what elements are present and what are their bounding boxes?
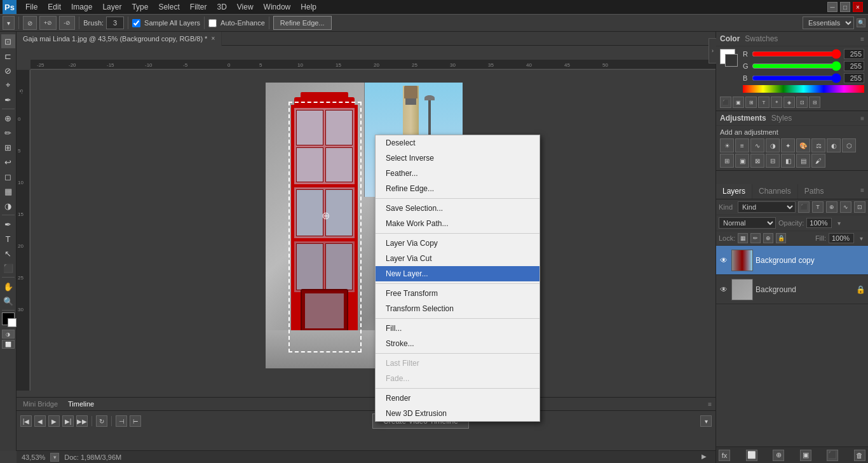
adj-invert[interactable]: ⊠ [750,154,764,168]
adj-brightness[interactable]: ☀ [720,138,734,152]
document-tab-close[interactable]: × [211,35,215,42]
timeline-go-end-btn[interactable]: ▶▶ [76,415,88,427]
layers-panel-menu[interactable]: ≡ [857,184,868,199]
delete-layer-btn[interactable]: 🗑 [854,450,865,461]
color-tool-6[interactable]: ◈ [783,97,795,108]
context-menu-item-transform-selection[interactable]: Transform Selection [376,301,539,316]
spectrum-bar[interactable] [743,85,864,93]
tool-eraser[interactable]: ◻ [1,170,15,184]
lock-image-pixels[interactable]: ✏ [750,233,761,243]
tool-eyedropper[interactable]: ✒ [1,93,15,107]
opacity-input[interactable]: 100% [806,218,832,228]
paths-tab[interactable]: Paths [798,184,831,199]
menu-3d[interactable]: 3D [212,1,231,13]
color-tool-2[interactable]: ▣ [733,97,744,108]
menu-image[interactable]: Image [66,1,97,13]
blend-mode-selector[interactable]: Normal [719,217,776,229]
layer-eye-icon-bg[interactable]: 👁 [719,285,729,295]
create-new-fill-adj-btn[interactable]: ⊕ [773,450,784,461]
foreground-color-swatch[interactable] [2,312,15,325]
adj-color-lookup[interactable]: ▣ [735,154,749,168]
tool-shape[interactable]: ⬛ [1,261,15,275]
layer-eye-icon-copy[interactable]: 👁 [719,255,729,265]
context-menu-item-render[interactable]: Render [376,391,539,406]
context-menu-item-save-selection---[interactable]: Save Selection... [376,201,539,216]
kind-icon-3[interactable]: ⊕ [826,201,837,213]
tool-lasso[interactable]: ⊏ [1,49,15,63]
menu-edit[interactable]: Edit [43,1,66,13]
timeline-next-frame-btn[interactable]: ▶| [62,415,74,427]
timeline-panel-menu[interactable]: ≡ [708,401,712,408]
tool-dodge[interactable]: ◑ [1,199,15,213]
adj-selective-color[interactable]: 🖌 [811,154,825,168]
opacity-arrow-icon[interactable]: ▾ [834,218,843,227]
fill-arrow-icon[interactable]: ▾ [857,234,865,243]
tool-preset-picker[interactable]: ▾ [3,16,15,30]
tool-pen[interactable]: ✒ [1,217,15,231]
adj-posterize[interactable]: ⊟ [766,154,780,168]
adjustments-tab[interactable]: Adjustments [720,114,766,123]
context-menu-item-feather---[interactable]: Feather... [376,166,539,181]
add-selection-mode[interactable]: +⊘ [39,16,57,30]
menu-filter[interactable]: Filter [185,1,212,13]
context-menu-item-layer-via-cut[interactable]: Layer Via Cut [376,251,539,266]
tool-brush[interactable]: ✏ [1,126,15,140]
sample-all-layers-checkbox[interactable] [132,19,140,27]
menu-layer[interactable]: Layer [97,1,126,13]
menu-window[interactable]: Window [259,1,296,13]
quick-selection-tool[interactable]: ⊘ [23,16,37,30]
fill-input[interactable]: 100% [829,233,854,243]
tool-zoom[interactable]: 🔍 [1,294,15,308]
color-tool-1[interactable]: ⬛ [720,97,731,108]
menu-file[interactable]: File [20,1,43,13]
tool-history-brush[interactable]: ↩ [1,155,15,169]
kind-selector[interactable]: Kind [738,201,796,213]
context-menu-item-new-layer---[interactable]: New Layer... [376,266,539,281]
tool-gradient[interactable]: ▦ [1,184,15,198]
blue-value-input[interactable]: 255 [844,73,864,83]
green-slider[interactable] [752,64,841,69]
workspace-search-icon[interactable]: 🔍 [857,18,865,27]
color-tool-7[interactable]: ⊡ [796,97,808,108]
adj-curves[interactable]: ∿ [750,138,764,152]
context-menu-item-refine-edge---[interactable]: Refine Edge... [376,181,539,196]
timeline-trim-left-btn[interactable]: ⊣ [116,415,127,427]
tool-quick-selection[interactable]: ⊘ [1,64,15,77]
styles-tab[interactable]: Styles [771,114,792,123]
tool-hand[interactable]: ✋ [1,279,15,293]
timeline-trim-right-btn[interactable]: ⊢ [130,415,141,427]
color-tool-3[interactable]: ⊞ [745,97,757,108]
context-menu-item-stroke---[interactable]: Stroke... [376,336,539,351]
adj-photo-filter[interactable]: ⬡ [842,138,856,152]
tool-spot-heal[interactable]: ⊕ [1,111,15,125]
workspace-selector[interactable]: Essentials [803,17,854,29]
timeline-prev-frame-btn[interactable]: ◀ [34,415,46,427]
add-mask-btn[interactable]: ⬜ [746,450,757,461]
color-tool-5[interactable]: ⌖ [771,97,782,108]
timeline-tab-btn[interactable]: Timeline [65,399,97,409]
tool-crop[interactable]: ⌖ [1,78,15,92]
create-new-group-btn[interactable]: ▣ [800,450,811,461]
swatches-tab[interactable]: Swatches [745,34,778,43]
background-color-swatch[interactable] [8,318,17,327]
red-value-input[interactable]: 255 [844,49,864,59]
lock-transparent-pixels[interactable]: ▦ [738,233,748,243]
restore-button[interactable]: □ [840,2,850,12]
adj-bw[interactable]: ◐ [827,138,841,152]
context-menu-item-free-transform[interactable]: Free Transform [376,286,539,301]
panel-collapse-button[interactable]: › [709,38,716,64]
adj-vibrance[interactable]: ✦ [781,138,795,152]
quick-mask-mode-btn[interactable]: ◑ [2,330,15,339]
lock-all[interactable]: 🔒 [776,233,786,243]
timeline-loop-btn[interactable]: ↻ [96,415,107,427]
context-menu-item-new-3d-extrusion[interactable]: New 3D Extrusion [376,406,539,421]
kind-icon-5[interactable]: ⊡ [854,201,865,213]
adj-hue-sat[interactable]: 🎨 [796,138,810,152]
subtract-selection-mode[interactable]: -⊘ [59,16,75,30]
adjustments-panel-menu[interactable]: ≡ [860,115,864,122]
context-menu-item-select-inverse[interactable]: Select Inverse [376,151,539,166]
context-menu-item-deselect[interactable]: Deselect [376,135,539,151]
menu-help[interactable]: Help [295,1,322,13]
kind-icon-2[interactable]: T [812,201,824,213]
kind-icon-4[interactable]: ∿ [840,201,851,213]
